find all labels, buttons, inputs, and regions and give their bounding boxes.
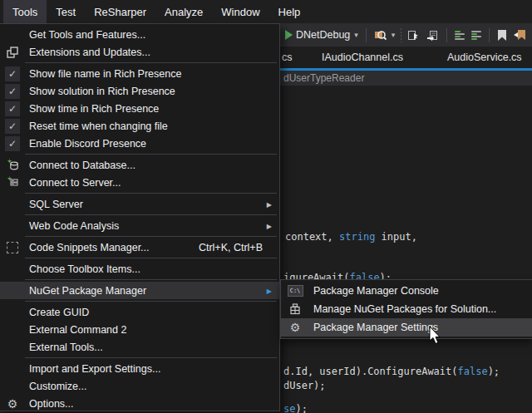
checkmark-icon: ✓ [5,66,20,81]
gear-icon: ⚙ [7,398,18,410]
menu-item-nuget-package-manager[interactable]: NuGet Package Manager ▶ [0,282,279,299]
code-line[interactable]: dUser); [283,380,326,391]
menu-separator [25,236,277,237]
menu-item-get-tools-and-features[interactable]: Get Tools and Features... [0,26,279,43]
code-line[interactable]: context, string input, [285,231,417,243]
vs-ide-window: Tools Test ReSharper Analyze Window Help… [0,0,532,413]
run-play-icon [285,30,293,40]
start-debug-button[interactable]: DNetDebug ▾ [280,25,362,45]
tools-menu: Get Tools and Features... Extensions and… [0,23,280,411]
menu-separator [25,279,277,280]
decrease-indent-button[interactable] [451,25,468,45]
code-line[interactable]: se); [283,403,308,413]
submenu-item-manage-nuget-packages[interactable]: Manage NuGet Packages for Solution... [281,300,532,318]
checkmark-icon: ✓ [5,119,20,134]
menu-separator [25,301,277,302]
navigate-backward-button[interactable] [404,25,423,45]
console-icon: C:\ [288,285,303,297]
menu-separator [25,357,277,358]
menu-item-choose-toolbox-items[interactable]: Choose Toolbox Items... [0,260,279,278]
checkmark-icon: ✓ [5,136,20,151]
mouse-cursor [429,327,441,345]
nuget-submenu: C:\ Package Manager Console Manage NuGet… [280,279,532,339]
breadcrumb[interactable]: dUserTypeReader [280,71,532,86]
menu-item-code-snippets-manager[interactable]: Code Snippets Manager... Ctrl+K, Ctrl+B [0,238,279,256]
menubar-item-window[interactable]: Window [212,0,268,23]
menubar-item-tools[interactable]: Tools [3,0,47,23]
toolbar-separator [366,28,367,42]
chevron-down-icon: ▾ [392,31,396,39]
toggle-bookmark-button[interactable] [494,25,510,45]
debug-target-label: DNetDebug [296,29,350,41]
checkmark-icon: ✓ [5,84,20,99]
menu-item-external-command-2[interactable]: External Command 2 [0,321,279,338]
menu-separator [25,193,277,194]
menu-separator [25,214,277,215]
toolbar-separator [489,28,490,42]
menu-item-connect-to-server[interactable]: Connect to Server... [0,174,279,191]
previous-bookmark-button[interactable] [510,25,530,45]
menu-item-extensions-and-updates[interactable]: Extensions and Updates... [0,43,279,61]
menu-item-show-file-name[interactable]: ✓ Show file name in Rich Presence [0,65,279,82]
standard-toolbar: DNetDebug ▾ ▾ [280,23,532,47]
menu-shortcut: Ctrl+K, Ctrl+B [199,242,279,253]
menubar-item-resharper[interactable]: ReSharper [85,0,155,23]
menubar-item-help[interactable]: Help [269,0,310,23]
menu-separator [25,258,277,258]
server-icon [7,176,19,189]
code-line[interactable]: d.Id, userId).ConfigureAwait(false); [283,366,500,377]
packages-icon [289,303,301,315]
document-tab-iaudiochannel[interactable]: IAudioChannel.cs [322,52,403,63]
submenu-arrow-icon: ▶ [267,222,272,229]
navigate-cursor-icon [407,29,420,42]
submenu-item-package-manager-console[interactable]: C:\ Package Manager Console [281,282,532,300]
gear-icon: ⚙ [290,322,301,333]
menu-separator [25,62,277,63]
increase-indent-button[interactable] [468,25,485,45]
menubar-item-analyze[interactable]: Analyze [155,0,212,23]
menu-item-customize[interactable]: Customize... [0,377,279,395]
chevron-down-icon: ▾ [354,31,358,39]
menu-item-options[interactable]: ⚙ Options... [0,395,279,412]
menu-bar: Tools Test ReSharper Analyze Window Help [0,0,532,23]
submenu-arrow-icon: ▶ [267,200,272,208]
menu-item-show-solution[interactable]: ✓ Show solution in Rich Presence [0,82,279,100]
menu-item-enable-discord-presence[interactable]: ✓ Enable Discord Presence [0,135,279,152]
menu-item-connect-to-database[interactable]: Connect to Database... [0,156,279,174]
menu-item-create-guid[interactable]: Create GUID [0,303,279,321]
find-in-files-button[interactable]: ▾ [371,25,399,45]
menu-item-sql-server[interactable]: SQL Server ▶ [0,195,279,213]
extensions-icon [7,47,18,58]
navigate-forward-button[interactable] [423,25,442,45]
database-icon [7,159,19,171]
document-tab[interactable]: cs [282,52,293,63]
document-tab-audioservice[interactable]: AudioService.cs [447,52,522,63]
menu-separator [25,154,277,155]
menu-item-import-and-export-settings[interactable]: Import and Export Settings... [0,360,279,377]
toolbar-separator [446,28,447,42]
decrease-indent-icon [455,30,465,41]
navigate-frame-icon [426,29,439,42]
toolbar-separator [401,28,401,42]
increase-indent-icon [471,30,481,41]
menu-item-show-time[interactable]: ✓ Show time in Rich Presence [0,100,279,117]
menu-item-web-code-analysis[interactable]: Web Code Analysis ▶ [0,217,279,234]
submenu-arrow-icon: ▶ [267,287,272,294]
find-in-files-icon [374,28,387,42]
previous-bookmark-icon [514,29,527,42]
submenu-item-package-manager-settings[interactable]: ⚙ Package Manager Settings [281,318,532,337]
menu-item-external-tools[interactable]: External Tools... [0,338,279,356]
document-tab-bar: cs IAudioChannel.cs AudioService.cs [280,47,532,68]
menubar-item-test[interactable]: Test [47,0,85,23]
menu-item-reset-time[interactable]: ✓ Reset time when changing file [0,117,279,135]
snippets-icon [7,242,18,253]
checkmark-icon: ✓ [5,101,20,116]
bookmark-icon [497,29,507,42]
